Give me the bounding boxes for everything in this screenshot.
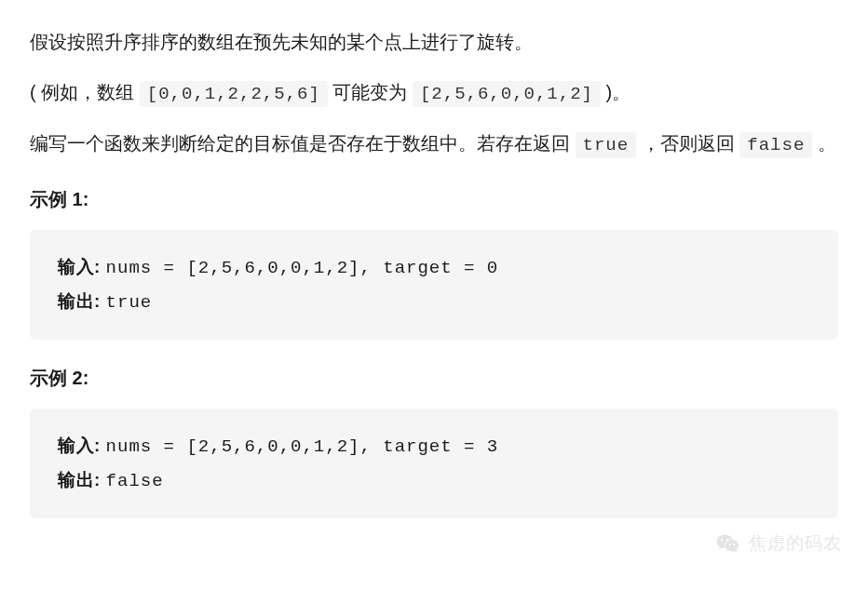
text-fragment: 编写一个函数来判断给定的目标值是否存在于数组中。若存在返回	[30, 133, 576, 154]
text-fragment: ( 例如，数组	[30, 82, 140, 102]
output-value: true	[106, 292, 153, 313]
svg-point-3	[733, 543, 735, 545]
inline-code-array-rotated: [2,5,6,0,0,1,2]	[413, 81, 601, 107]
example-2-input-row: 输入: nums = [2,5,6,0,0,1,2], target = 3	[58, 429, 810, 463]
problem-intro-line2: ( 例如，数组 [0,0,1,2,2,5,6] 可能变为 [2,5,6,0,0,…	[30, 76, 838, 109]
input-label: 输入:	[58, 436, 106, 455]
text-fragment: )。	[601, 82, 631, 102]
example-2-title: 示例 2:	[30, 362, 838, 394]
example-1-title: 示例 1:	[30, 183, 838, 215]
watermark: 焦虑的码农	[715, 529, 842, 558]
svg-point-1	[726, 539, 728, 541]
input-value: nums = [2,5,6,0,0,1,2], target = 3	[106, 436, 499, 457]
output-label: 输出:	[58, 291, 106, 311]
problem-intro-line1: 假设按照升序排序的数组在预先未知的某个点上进行了旋转。	[30, 26, 838, 58]
example-1-output-row: 输出: true	[58, 285, 810, 319]
wechat-icon	[715, 530, 741, 556]
text-fragment: 。	[812, 133, 836, 154]
inline-code-false: false	[739, 132, 812, 158]
inline-code-true: true	[576, 132, 637, 158]
input-label: 输入:	[58, 257, 106, 276]
inline-code-array-original: [0,0,1,2,2,5,6]	[140, 81, 328, 107]
input-value: nums = [2,5,6,0,0,1,2], target = 0	[106, 258, 499, 278]
text-fragment: 可能变为	[328, 82, 413, 102]
text-fragment: ，否则返回	[636, 133, 739, 154]
problem-intro-line3: 编写一个函数来判断给定的目标值是否存在于数组中。若存在返回 true ，否则返回…	[30, 127, 838, 160]
svg-point-2	[729, 543, 731, 545]
example-2-block: 输入: nums = [2,5,6,0,0,1,2], target = 3 输…	[30, 409, 838, 518]
output-label: 输出:	[58, 470, 106, 489]
example-2-output-row: 输出: false	[58, 463, 810, 498]
svg-point-0	[721, 539, 723, 541]
watermark-text: 焦虑的码农	[749, 529, 842, 558]
output-value: false	[106, 471, 164, 491]
example-1-input-row: 输入: nums = [2,5,6,0,0,1,2], target = 0	[58, 250, 810, 285]
example-1-block: 输入: nums = [2,5,6,0,0,1,2], target = 0 输…	[30, 230, 838, 340]
